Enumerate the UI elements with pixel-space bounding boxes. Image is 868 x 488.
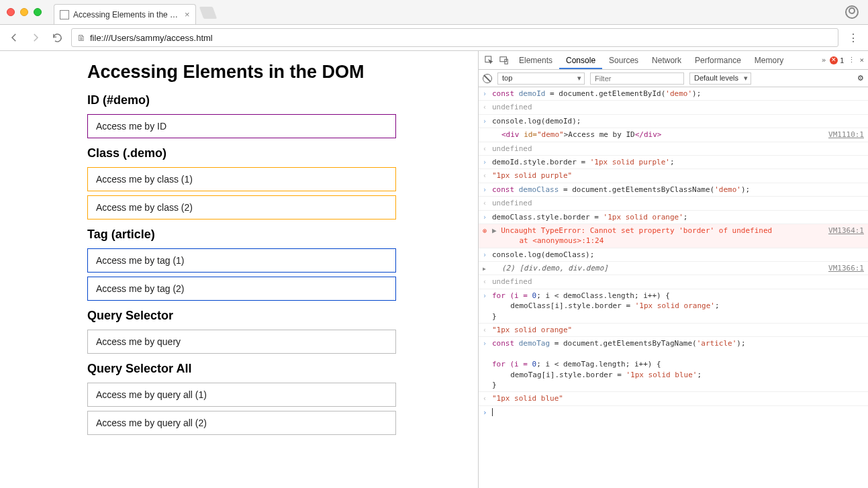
console-input-row: console.log(demoId); xyxy=(479,115,868,128)
profile-avatar-icon[interactable] xyxy=(845,5,859,19)
devtools-tabs: ElementsConsoleSourcesNetworkPerformance… xyxy=(479,51,868,70)
log-level-selector[interactable]: Default levels xyxy=(689,72,751,85)
console-prompt[interactable] xyxy=(479,406,868,418)
reload-button[interactable] xyxy=(50,30,64,45)
page-viewport: Accessing Elements in the DOM ID (#demo)… xyxy=(0,51,479,488)
favicon-icon xyxy=(60,10,69,19)
console-input-row: for (i = 0; i < demoClass.length; i++) {… xyxy=(479,289,868,324)
content-box: Access me by query xyxy=(87,330,396,354)
close-window-button[interactable] xyxy=(7,8,15,16)
console-input-row: console.log(demoClass); xyxy=(479,248,868,262)
console-output-row: undefined xyxy=(479,197,868,210)
section-heading: Class (.demo) xyxy=(87,146,396,160)
close-devtools-icon[interactable]: × xyxy=(859,56,864,64)
devtools-tab-sources[interactable]: Sources xyxy=(602,52,645,69)
file-icon: 🗎 xyxy=(77,33,86,43)
maximize-window-button[interactable] xyxy=(34,8,42,16)
back-button[interactable] xyxy=(7,30,21,45)
console-input-row: demoClass.style.border = '1px solid oran… xyxy=(479,211,868,224)
page-title: Accessing Elements in the DOM xyxy=(87,62,396,83)
content-box: Access me by class (2) xyxy=(87,195,396,219)
devtools-tab-console[interactable]: Console xyxy=(559,52,602,69)
devtools-tab-network[interactable]: Network xyxy=(645,52,688,69)
devtools-panel: ElementsConsoleSourcesNetworkPerformance… xyxy=(479,51,868,488)
more-tabs-icon[interactable]: » xyxy=(822,56,826,64)
devtools-tab-performance[interactable]: Performance xyxy=(688,52,748,69)
content-box: Access me by query all (2) xyxy=(87,411,396,435)
device-mode-icon[interactable] xyxy=(497,54,511,67)
browser-tab[interactable]: Accessing Elements in the DOM × xyxy=(54,4,196,24)
console-log-row[interactable]: (2) [div.demo, div.demo]VM1366:1 xyxy=(479,262,868,275)
source-link[interactable]: VM1366:1 xyxy=(815,263,864,273)
source-link[interactable]: VM1364:1 xyxy=(815,226,864,246)
console-error-row: ▶ Uncaught TypeError: Cannot set propert… xyxy=(479,224,868,248)
url-text: file:///Users/sammy/access.html xyxy=(90,33,213,43)
section-heading: Query Selector All xyxy=(87,362,396,376)
console-output-row: undefined xyxy=(479,101,868,114)
console-output-row: "1px solid purple" xyxy=(479,169,868,183)
error-count-badge[interactable]: ✕1 xyxy=(830,56,844,64)
console-output-row: undefined xyxy=(479,142,868,156)
console-filter-bar: top Default levels ⚙ xyxy=(479,70,868,87)
context-selector[interactable]: top xyxy=(497,72,585,85)
close-tab-icon[interactable]: × xyxy=(185,9,190,19)
tab-title: Accessing Elements in the DOM xyxy=(73,10,181,19)
nav-toolbar: 🗎 file:///Users/sammy/access.html ⋮ xyxy=(0,24,868,50)
forward-button[interactable] xyxy=(28,30,43,45)
content-box: Access me by tag (2) xyxy=(87,277,396,301)
content-box: Access me by class (1) xyxy=(87,167,396,191)
console-input-row: const demoTag = document.getElementsByTa… xyxy=(479,337,868,392)
console-input-row: const demoId = document.getElementById('… xyxy=(479,87,868,101)
source-link[interactable]: VM1110:1 xyxy=(815,130,864,140)
browser-chrome: Accessing Elements in the DOM × 🗎 file:/… xyxy=(0,0,868,51)
console-settings-icon[interactable]: ⚙ xyxy=(857,74,864,83)
console-log-row: <div id="demo">Access me by ID</div>VM11… xyxy=(479,128,868,142)
content-box: Access me by ID xyxy=(87,114,396,138)
devtools-tab-memory[interactable]: Memory xyxy=(748,52,790,69)
console-output-row: undefined xyxy=(479,275,868,289)
titlebar: Accessing Elements in the DOM × xyxy=(0,0,868,24)
filter-input[interactable] xyxy=(590,72,684,85)
url-bar[interactable]: 🗎 file:///Users/sammy/access.html xyxy=(71,28,838,47)
content-box: Access me by query all (1) xyxy=(87,383,396,407)
section-heading: ID (#demo) xyxy=(87,93,396,107)
window-controls xyxy=(7,8,42,16)
browser-menu-button[interactable]: ⋮ xyxy=(845,32,861,44)
minimize-window-button[interactable] xyxy=(20,8,28,16)
inspect-element-icon[interactable] xyxy=(483,54,496,67)
new-tab-button[interactable] xyxy=(199,7,218,19)
devtools-menu-icon[interactable]: ⋮ xyxy=(848,56,855,64)
section-heading: Query Selector xyxy=(87,309,396,323)
console-input-row: const demoClass = document.getElementsBy… xyxy=(479,183,868,197)
console-output-row: "1px solid orange" xyxy=(479,324,868,337)
section-heading: Tag (article) xyxy=(87,228,396,242)
console-output: const demoId = document.getElementById('… xyxy=(479,87,868,488)
console-input-row: demoId.style.border = '1px solid purple'… xyxy=(479,156,868,169)
devtools-tab-elements[interactable]: Elements xyxy=(512,52,559,69)
clear-console-icon[interactable] xyxy=(483,74,492,83)
content-box: Access me by tag (1) xyxy=(87,248,396,273)
console-output-row: "1px solid blue" xyxy=(479,392,868,405)
